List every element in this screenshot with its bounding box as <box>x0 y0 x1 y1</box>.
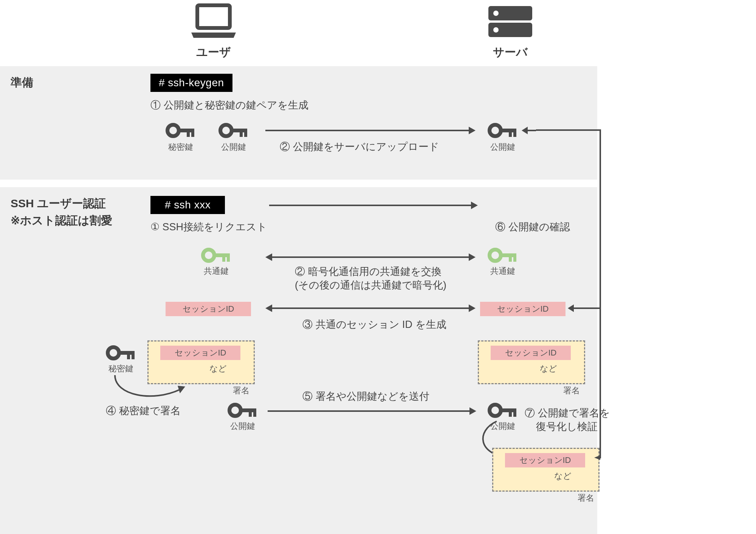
auth-step2b: (その後の通信は共通鍵で暗号化) <box>295 278 446 292</box>
private-key-label: 秘密鍵 <box>166 141 195 153</box>
svg-rect-42 <box>132 355 135 359</box>
common-key-left-label: 共通鍵 <box>202 265 231 277</box>
svg-marker-37 <box>469 304 476 312</box>
svg-rect-17 <box>509 132 512 137</box>
svg-point-4 <box>493 27 499 33</box>
auth-step1: ① SSH接続をリクエスト <box>150 220 267 234</box>
svg-rect-29 <box>509 257 512 262</box>
svg-rect-51 <box>500 408 516 412</box>
sign-box-user-chip: セッションID <box>160 346 240 360</box>
cmd-ssh-keygen: # ssh-keygen <box>150 74 232 92</box>
svg-rect-45 <box>240 408 256 412</box>
auth-step2a: ② 暗号化通信用の共通鍵を交換 <box>295 265 442 278</box>
svg-point-50 <box>490 405 501 416</box>
svg-rect-12 <box>244 132 247 137</box>
key-icon-public <box>218 121 249 140</box>
section-auth-title: SSH ユーザー認証 ※ホスト認証は割愛 <box>11 195 112 229</box>
user-private-key-icon <box>106 343 136 362</box>
svg-marker-32 <box>469 253 476 261</box>
svg-rect-7 <box>187 132 190 137</box>
sign-box-user-label: 署名 <box>233 385 249 396</box>
session-chip-left: セッションID <box>166 302 251 316</box>
arrow-exchange-key <box>265 251 476 263</box>
svg-point-3 <box>493 11 499 16</box>
server-public-key-icon <box>488 121 518 140</box>
svg-rect-47 <box>253 412 256 417</box>
sign-box-verify-label: 署名 <box>578 492 594 504</box>
svg-marker-38 <box>265 304 272 312</box>
svg-rect-25 <box>222 257 225 262</box>
svg-rect-24 <box>214 253 230 257</box>
section-prep-title: 準備 <box>11 74 33 91</box>
svg-rect-53 <box>513 412 516 417</box>
svg-point-39 <box>108 347 119 359</box>
svg-rect-52 <box>509 412 512 417</box>
svg-marker-14 <box>469 127 476 134</box>
common-key-right-icon <box>488 246 518 265</box>
key-icon-private <box>166 121 196 140</box>
svg-rect-46 <box>249 412 252 417</box>
arrow-session-id <box>265 303 476 314</box>
prep-step1: ① 公開鍵と秘密鍵の鍵ペアを生成 <box>150 98 308 112</box>
auth-step5: ⑤ 署名や公開鍵などを送付 <box>302 390 429 403</box>
user-column-header: ユーザ <box>185 45 242 60</box>
svg-point-44 <box>229 405 241 416</box>
svg-marker-49 <box>469 407 476 415</box>
svg-rect-26 <box>227 257 230 262</box>
auth-step4: ④ 秘密鍵で署名 <box>106 404 181 418</box>
loop-right <box>536 113 612 477</box>
svg-point-23 <box>203 250 214 261</box>
arrow-send-sign <box>267 405 477 417</box>
svg-rect-41 <box>127 355 130 359</box>
svg-rect-6 <box>178 129 194 132</box>
arrow-into-server-key <box>521 125 536 136</box>
server-icon <box>488 5 533 39</box>
laptop-icon <box>189 3 238 41</box>
svg-rect-30 <box>513 257 516 262</box>
svg-rect-28 <box>500 253 516 257</box>
svg-marker-55 <box>594 455 600 460</box>
server-public-key-icon2 <box>488 401 518 420</box>
arrow-upload-public <box>265 125 476 136</box>
svg-marker-33 <box>265 253 272 261</box>
svg-marker-43 <box>178 386 185 393</box>
prep-step2: ② 公開鍵をサーバにアップロード <box>280 140 439 154</box>
arrow-sign <box>111 373 191 407</box>
server-column-header: サーバ <box>482 45 539 60</box>
svg-point-9 <box>220 125 232 136</box>
sign-box-user-etc: など <box>209 363 227 374</box>
svg-rect-16 <box>500 129 516 132</box>
svg-marker-22 <box>471 202 478 209</box>
arrow-ssh-request <box>268 200 479 211</box>
svg-rect-0 <box>197 5 230 28</box>
svg-marker-20 <box>522 127 528 134</box>
svg-rect-8 <box>191 132 194 137</box>
svg-point-5 <box>167 125 179 136</box>
common-key-right-label: 共通鍵 <box>488 265 517 277</box>
svg-rect-40 <box>119 351 135 355</box>
svg-point-27 <box>490 250 501 261</box>
svg-rect-10 <box>231 129 247 132</box>
common-key-left-icon <box>201 246 231 265</box>
svg-rect-18 <box>513 132 516 137</box>
user-public-key-label2: 公開鍵 <box>228 421 257 432</box>
auth-step3: ③ 共通のセッション ID を生成 <box>302 318 446 331</box>
svg-rect-11 <box>240 132 243 137</box>
public-key-label: 公開鍵 <box>219 141 248 153</box>
cmd-ssh-xxx: # ssh xxx <box>150 196 225 214</box>
user-public-key-icon2 <box>228 401 258 420</box>
server-public-key-label: 公開鍵 <box>488 141 517 153</box>
svg-point-15 <box>490 125 501 136</box>
